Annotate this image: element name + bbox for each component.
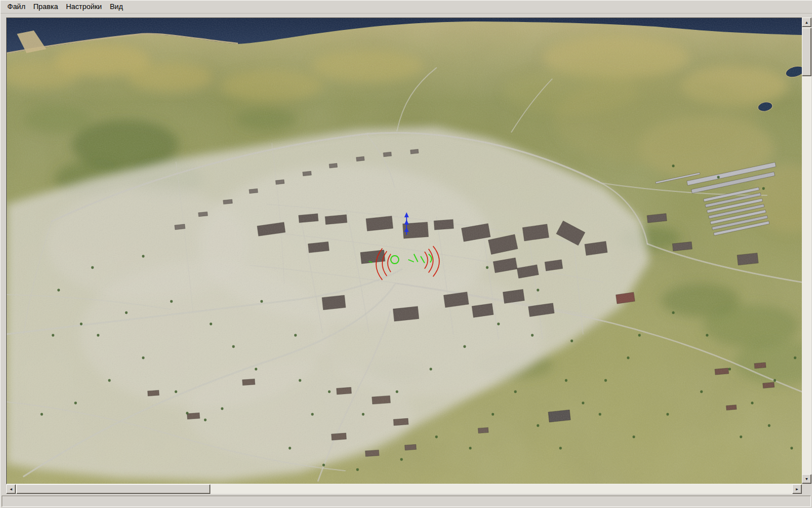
map-viewport[interactable] bbox=[6, 17, 802, 484]
vertical-scroll-thumb[interactable] bbox=[802, 28, 811, 76]
app-window: Файл Правка Настройки Вид bbox=[0, 0, 812, 508]
status-bar bbox=[2, 496, 811, 507]
down-arrow-icon: ▼ bbox=[805, 477, 809, 481]
terrain-scene bbox=[7, 18, 802, 484]
scroll-right-button[interactable]: ► bbox=[792, 484, 802, 494]
menu-view[interactable]: Вид bbox=[106, 1, 127, 12]
right-arrow-icon: ► bbox=[795, 487, 799, 491]
scroll-down-button[interactable]: ▼ bbox=[802, 474, 811, 484]
menu-file[interactable]: Файл bbox=[3, 1, 29, 12]
terrain-grain-texture bbox=[7, 18, 802, 484]
horizontal-scroll-thumb[interactable] bbox=[16, 484, 210, 494]
menu-edit[interactable]: Правка bbox=[29, 1, 62, 12]
menu-settings[interactable]: Настройки bbox=[62, 1, 106, 12]
scroll-left-button[interactable]: ◄ bbox=[6, 484, 16, 494]
menu-separator bbox=[1, 13, 812, 14]
menu-bar: Файл Правка Настройки Вид bbox=[1, 1, 812, 13]
scroll-up-button[interactable]: ▲ bbox=[802, 17, 811, 27]
scrollbar-corner bbox=[802, 484, 811, 494]
vertical-scrollbar[interactable]: ▲ ▼ bbox=[802, 17, 811, 484]
up-arrow-icon: ▲ bbox=[805, 20, 809, 24]
horizontal-scrollbar[interactable]: ◄ ► bbox=[6, 484, 802, 494]
left-arrow-icon: ◄ bbox=[9, 487, 13, 491]
